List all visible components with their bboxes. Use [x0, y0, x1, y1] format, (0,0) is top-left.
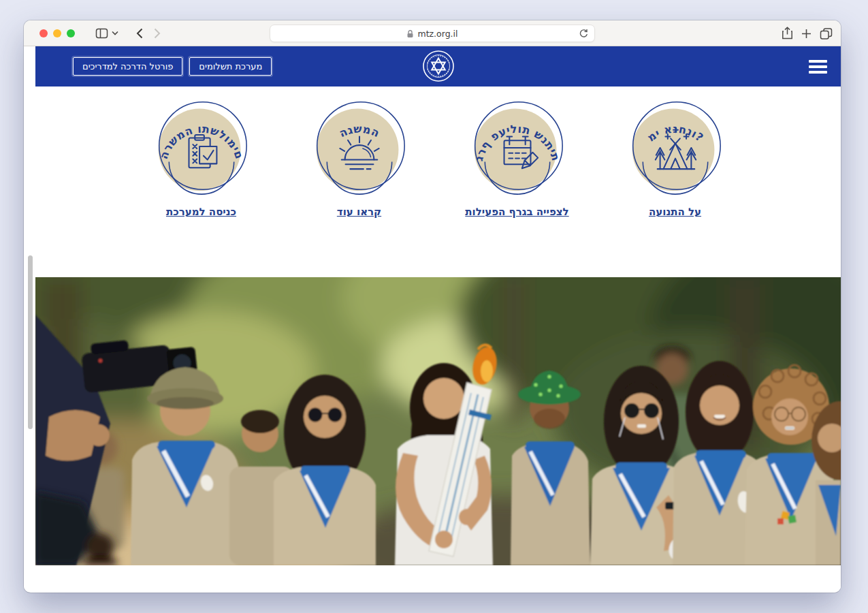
minimize-button[interactable] [53, 29, 61, 37]
badge-registration-payments: הרשמה ותשלומים כניסה למערכ [123, 98, 280, 277]
hero-photo [35, 277, 841, 565]
navbar-buttons: מערכת תשלומים פורטל הדרכה למדריכים [73, 57, 272, 76]
site-navbar: מערכת תשלומים פורטל הדרכה למדריכים [35, 46, 841, 87]
new-tab-icon[interactable] [801, 29, 811, 39]
url-text: mtz.org.il [417, 29, 457, 39]
tent-camp-icon[interactable]: מי אנחנו? [626, 98, 725, 198]
badge-who-we-are: מי אנחנו? [596, 98, 754, 277]
share-icon[interactable] [782, 27, 793, 40]
link-system-login[interactable]: כניסה למערכת [166, 206, 236, 218]
footer-strip [35, 565, 841, 593]
window-controls [39, 29, 75, 37]
safari-window: mtz.org.il [24, 20, 841, 593]
lock-icon [406, 29, 414, 38]
badge-fulfillment: הגשמה [280, 98, 438, 277]
zoom-button[interactable] [67, 29, 75, 37]
link-about-movement[interactable]: על התנועה [649, 206, 701, 218]
sunrise-icon[interactable]: הגשמה [310, 98, 409, 198]
browser-viewport: מערכת תשלומים פורטל הדרכה למדריכים [24, 46, 841, 592]
scout-edge [811, 401, 841, 565]
clipboard-check-icon[interactable]: הרשמה ותשלומים [152, 98, 251, 198]
forward-button[interactable] [154, 28, 161, 39]
nav-button-payments[interactable]: מערכת תשלומים [189, 57, 272, 76]
chevron-down-icon[interactable] [112, 31, 118, 35]
browser-titlebar: mtz.org.il [24, 20, 841, 46]
sidebar-icon[interactable] [95, 28, 108, 39]
site-logo-emblem[interactable] [421, 49, 455, 86]
badge-annual-activity: גרף פעילות שנתית לצפייה בג [438, 98, 596, 277]
nav-button-training-portal[interactable]: פורטל הדרכה למדריכים [73, 57, 182, 76]
back-button[interactable] [136, 28, 143, 39]
link-view-activity-graph[interactable]: לצפייה בגרף הפעילות [465, 206, 568, 218]
address-bar[interactable]: mtz.org.il [270, 25, 595, 42]
desktop: mtz.org.il [0, 0, 868, 613]
reload-icon[interactable] [579, 28, 589, 39]
calendar-pencil-icon[interactable]: גרף פעילות שנתית [468, 98, 567, 198]
webpage: מערכת תשלומים פורטל הדרכה למדריכים [35, 46, 841, 592]
link-read-more[interactable]: קראו עוד [337, 206, 381, 218]
scrollbar-thumb[interactable] [28, 255, 33, 429]
close-button[interactable] [39, 29, 48, 37]
tab-overview-icon[interactable] [820, 27, 833, 40]
hamburger-menu-icon[interactable] [809, 60, 827, 74]
badges-section: מי אנחנו? [35, 87, 841, 277]
